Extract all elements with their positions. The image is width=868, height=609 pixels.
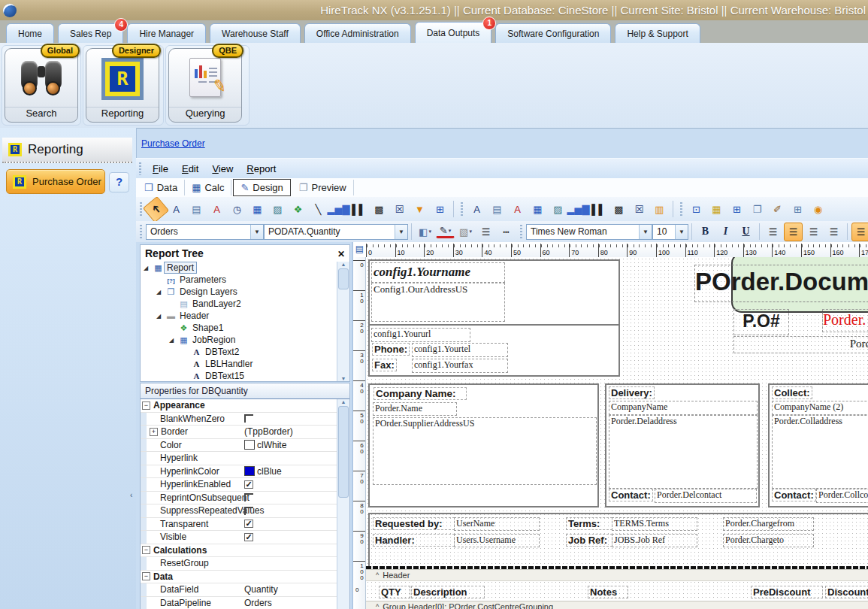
property-checkbox[interactable] [244,493,253,501]
contact-details-region[interactable]: config1.Yoururl Phone: config1.Yourtel F… [368,324,620,377]
collapse-icon[interactable] [142,401,150,410]
ribbon-tab[interactable]: Software Configuration [495,23,611,43]
collapse-icon[interactable] [142,546,150,554]
toolbar-grip[interactable] [680,202,682,216]
sidebar-item-purchase-order[interactable]: R Purchase Order [6,169,105,194]
delivery-region[interactable]: Delivery: CompanyName Porder.Deladdress … [605,383,760,508]
label-icon[interactable]: A [167,200,186,219]
column-header-description[interactable]: Description [411,586,485,598]
field-po-number-2[interactable]: Pord [733,336,868,353]
menu-item[interactable]: Report [240,161,283,177]
tree-node[interactable]: Parameters [141,274,337,286]
handler-label[interactable]: Handler: [373,534,455,547]
field-delivery-contact[interactable]: Porder.Delcontact [655,489,757,503]
chevron-down-icon[interactable]: ▼ [675,225,688,239]
valign-top-icon[interactable]: ☰ [851,223,868,241]
collapse-icon[interactable] [150,428,158,436]
property-checkbox[interactable] [244,480,253,489]
data-pipeline-select[interactable]: Orders ▼ [146,224,264,240]
delivery-label[interactable]: Delivery: [609,386,655,399]
dbbarcode2d-icon[interactable]: ▩ [609,200,628,219]
ribbon-tab[interactable]: Warehouse Staff [210,23,301,43]
terms-label[interactable]: Terms: [566,517,612,530]
menu-item[interactable]: View [205,161,240,177]
property-value[interactable]: Quantity [244,584,278,595]
toolbar-grip[interactable] [140,202,142,216]
barcode-icon[interactable]: ▌▌ [349,200,368,219]
field-collect-address[interactable]: Porder.Colladdress [772,415,868,489]
property-row[interactable]: DataPipeline Orders [141,597,337,609]
search-button[interactable]: Search Global [5,48,78,123]
property-checkbox[interactable] [244,520,253,528]
toolbar-grip[interactable] [139,162,141,175]
memo-icon[interactable]: ▤ [187,200,206,219]
po-number-label[interactable]: P.O# [733,309,789,335]
menu-item[interactable]: Edit [175,161,205,177]
dbmemo2-icon[interactable]: ▥ [650,200,669,219]
line-icon[interactable]: ╲ [309,200,328,219]
field-charge-to[interactable]: Porder.Chargeto [723,534,814,547]
tree-expander-icon[interactable] [144,265,153,271]
field-yourfax[interactable]: config1.Yourfax [412,359,508,373]
dbbarcode-icon[interactable]: ▌▌ [589,200,608,219]
field-collect-contact[interactable]: Porder.Collcontact [816,489,868,503]
property-row[interactable]: DataField Quantity [141,583,337,597]
phone-label[interactable]: Phone: [372,343,410,356]
property-value[interactable]: (TppBorder) [244,426,293,437]
column-header-prediscount[interactable]: PreDiscount [751,586,823,598]
highlight-color-icon[interactable]: ▧ [456,223,475,241]
group-header-band-bar[interactable]: ^ Group Header[0]: POrder.CostCentreGrou… [366,601,868,609]
property-row[interactable]: Data [141,571,337,584]
property-value[interactable]: clBlue [257,466,282,477]
italic-button[interactable]: I [716,223,735,241]
paintbrush-icon[interactable]: ✐ [768,200,787,219]
tablegrid-icon[interactable]: ⊞ [788,200,807,219]
property-checkbox[interactable] [244,533,253,541]
property-row[interactable]: HyperlinkColor clBlue [141,465,337,479]
dbrichtext-icon[interactable]: A [508,200,527,219]
property-row[interactable]: HyperlinkEnabled [141,478,337,492]
order-info-region[interactable]: Requested by: UserName Terms: TERMS.Term… [368,513,868,568]
scrollbar-thumb[interactable] [338,406,349,498]
help-icon[interactable]: ? [109,172,129,192]
purchase-order-link[interactable]: Purchase Order [141,138,205,149]
menu-item[interactable]: File [146,161,175,177]
ribbon-tab[interactable]: Data Outputs 1 [415,22,492,43]
anchor-icon[interactable]: ◉ [809,200,827,219]
chevron-down-icon[interactable]: ▼ [639,225,652,239]
fax-label[interactable]: Fax: [372,359,397,371]
property-row[interactable]: Hyperlink [141,452,337,465]
field-po-number[interactable]: Porder. [822,309,868,332]
line-color-icon[interactable]: ✎ [436,225,455,238]
ribbon-tab[interactable]: Hire Manager [127,23,206,43]
scroll-up-icon[interactable] [341,399,346,404]
ribbon-tab[interactable]: Home [6,23,54,43]
chevron-down-icon[interactable]: ▼ [395,225,407,239]
align-left-icon[interactable]: ☰ [764,223,782,241]
view-tab[interactable]: Data [138,180,185,195]
property-row[interactable]: Calculations [141,544,337,558]
field-collect-company[interactable]: CompanyName (2) [772,401,868,415]
shape-icon[interactable]: ❖ [289,200,307,219]
tree-node[interactable]: Report [141,262,337,274]
company-name-label[interactable]: Company Name: [374,387,467,400]
scroll-up-icon[interactable] [341,262,346,267]
pagebreak-icon[interactable]: ▼ [410,200,429,219]
field-our-address[interactable]: Config1.OurAddressUS [371,283,505,322]
collapse-icon[interactable] [142,572,150,580]
field-supplier-address[interactable]: POrder.SupplierAddressUS [373,417,597,485]
properties-scrollbar[interactable] [337,399,349,609]
property-row[interactable]: ReprintOnSubsequent [141,492,337,505]
richtext-icon[interactable]: A [207,200,226,219]
ribbon-tab[interactable]: Office Administration [304,23,411,43]
band-collapse-icon[interactable]: ^ [376,603,379,609]
pagegrid-icon[interactable]: ⊞ [431,200,449,219]
tree-node[interactable]: DBText15 [141,370,337,381]
field-terms[interactable]: TERMS.Terms [612,517,697,531]
field-job-ref[interactable]: JOBS.Job Ref [612,534,697,547]
fill-color-icon[interactable]: ◧ [416,223,434,241]
tree-node[interactable]: LBLHandler [141,358,337,370]
barcode2d-icon[interactable]: ▩ [370,200,389,219]
dbmemo-icon[interactable]: ▤ [488,200,507,219]
property-row[interactable]: Color clWhite [141,439,337,453]
